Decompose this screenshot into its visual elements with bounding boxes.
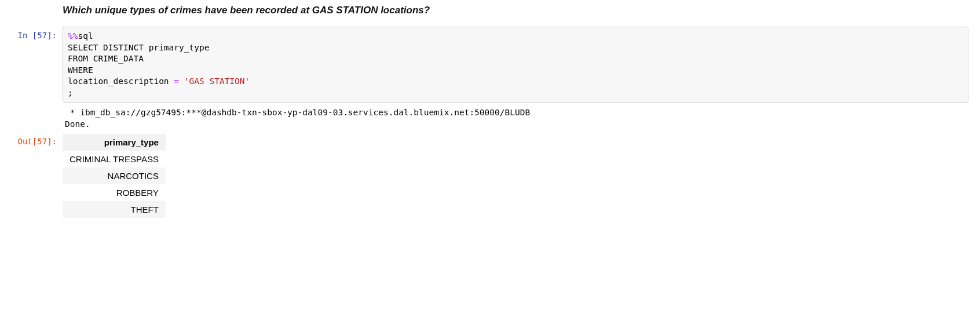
table-row: THEFT <box>63 201 166 218</box>
code-block: %%sql SELECT DISTINCT primary_type FROM … <box>68 31 963 99</box>
code-line-5-op: = <box>174 76 179 86</box>
markdown-heading: Which unique types of crimes have been r… <box>63 5 968 16</box>
code-input-area[interactable]: %%sql SELECT DISTINCT primary_type FROM … <box>63 27 968 103</box>
code-line-5-str: 'GAS STATION' <box>184 76 250 86</box>
table-header-cell: primary_type <box>63 134 166 151</box>
stream-line-1: * ibm_db_sa://gzg57495:***@dashdb-txn-sb… <box>65 108 530 117</box>
empty-prompt <box>0 105 63 108</box>
table-cell: ROBBERY <box>63 184 166 201</box>
code-line-3: FROM CRIME_DATA <box>68 54 144 63</box>
table-row: CRIMINAL TRESPASS <box>63 151 166 167</box>
output-table-area: primary_type CRIMINAL TRESPASS NARCOTICS… <box>63 133 968 218</box>
table-row: ROBBERY <box>63 184 166 201</box>
table-cell: CRIMINAL TRESPASS <box>63 151 166 167</box>
input-cell-row: In [57]: %%sql SELECT DISTINCT primary_t… <box>0 27 980 103</box>
stream-line-2: Done. <box>65 119 90 129</box>
code-line-2: SELECT DISTINCT primary_type <box>68 43 209 52</box>
table-cell: THEFT <box>63 201 166 218</box>
table-row: NARCOTICS <box>63 167 166 184</box>
input-prompt: In [57]: <box>0 27 63 41</box>
output-prompt: Out[57]: <box>0 133 63 147</box>
notebook-container: Which unique types of crimes have been r… <box>0 5 980 218</box>
result-table: primary_type CRIMINAL TRESPASS NARCOTICS… <box>63 134 166 218</box>
code-magic-cmd: sql <box>78 31 93 41</box>
stream-output-row: * ibm_db_sa://gzg57495:***@dashdb-txn-sb… <box>0 105 980 130</box>
code-line-4: WHERE <box>68 65 93 75</box>
stream-output-area: * ibm_db_sa://gzg57495:***@dashdb-txn-sb… <box>63 105 968 130</box>
table-header-row: primary_type <box>63 134 166 151</box>
table-cell: NARCOTICS <box>63 167 166 184</box>
output-cell-row: Out[57]: primary_type CRIMINAL TRESPASS … <box>0 133 980 218</box>
code-magic-percent: %% <box>68 31 78 41</box>
code-line-5-sp <box>179 76 184 86</box>
stream-text: * ibm_db_sa://gzg57495:***@dashdb-txn-sb… <box>65 107 968 130</box>
markdown-cell: Which unique types of crimes have been r… <box>63 5 968 16</box>
code-line-5a: location_description <box>68 76 174 86</box>
code-line-6: ; <box>68 88 73 97</box>
